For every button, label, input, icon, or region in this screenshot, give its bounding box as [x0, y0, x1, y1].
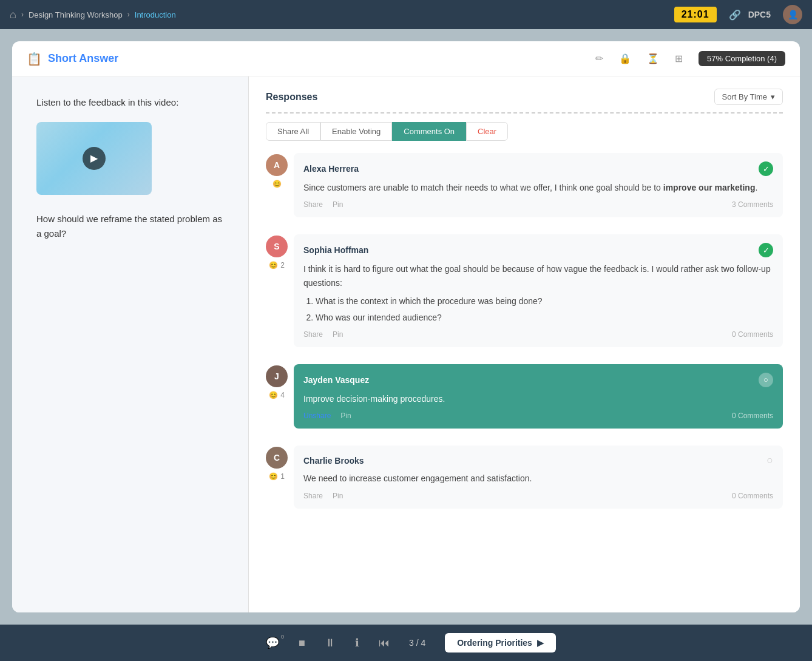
vote-icon: 😊	[269, 261, 278, 269]
nav-code: DPC5	[748, 10, 771, 19]
share-action[interactable]: Share	[303, 492, 323, 500]
page-count: 3 / 4	[399, 638, 435, 648]
vote-icon: 😊	[269, 472, 278, 481]
nav-workshop[interactable]: Design Thinking Workshop	[29, 10, 123, 19]
response-text: Improve decision-making procedures.	[303, 392, 773, 405]
response-text: We need to increase customer engagement …	[303, 472, 773, 485]
response-col: Jayden Vasquez ○ Improve decision-making…	[294, 364, 783, 437]
question-text: How should we reframe the stated problem…	[36, 212, 224, 241]
chat-button[interactable]: 💬 0	[256, 631, 289, 654]
tab-clear[interactable]: Clear	[466, 122, 508, 141]
next-slide-icon: ▶	[537, 638, 544, 648]
next-slide-label: Ordering Priorities	[457, 638, 532, 648]
response-text: Since customers are unable to match thei…	[303, 181, 773, 194]
comment-count: 0 Comments	[732, 492, 773, 500]
edit-icon[interactable]: ✏	[595, 53, 603, 64]
card-header: 📋 Short Answer ✏ 🔒 ⏳ ⊞ 57% Completion (4…	[12, 41, 800, 76]
comment-count: 0 Comments	[732, 412, 773, 420]
avatar: C	[266, 447, 288, 469]
pin-action[interactable]: Pin	[333, 200, 343, 209]
unshare-action[interactable]: Unshare	[303, 412, 331, 420]
response-list: What is the context in which the procedu…	[316, 294, 773, 324]
nav-current: Introduction	[135, 10, 176, 19]
tab-bar: Share All Enable Voting Comments On Clea…	[266, 122, 783, 141]
response-header: Jayden Vasquez ○	[303, 373, 773, 387]
comment-count: 0 Comments	[732, 330, 773, 339]
avatar: J	[266, 365, 288, 387]
response-text: I think it is hard to figure out what th…	[303, 262, 773, 324]
response-col: Alexa Herrera ✓ Since customers are unab…	[294, 153, 783, 226]
lock-icon[interactable]: 🔒	[619, 53, 631, 64]
response-actions: Share Pin 0 Comments	[303, 492, 773, 500]
response-header: Charlie Brooks ○	[303, 454, 773, 467]
video-thumbnail[interactable]: ▶	[36, 122, 152, 195]
home-icon[interactable]: ⌂	[10, 8, 16, 21]
play-button[interactable]: ▶	[83, 147, 106, 170]
response-card: Sophia Hoffman ✓ I think it is hard to f…	[294, 234, 783, 347]
tab-comments-on[interactable]: Comments On	[392, 122, 466, 141]
response-card: Charlie Brooks ○ We need to increase cus…	[294, 446, 783, 508]
left-panel: Listen to the feedback in this video: ▶ …	[12, 76, 249, 612]
add-icon[interactable]: ⊞	[675, 53, 683, 64]
stop-button[interactable]: ■	[289, 632, 315, 654]
top-nav: ⌂ › Design Thinking Workshop › Introduct…	[0, 0, 812, 29]
vote-count: 😊 1	[269, 472, 285, 481]
vote-count: 😊 2	[269, 261, 285, 269]
pause-button[interactable]: ⏸	[315, 632, 345, 654]
share-action[interactable]: Share	[303, 200, 323, 209]
response-row: C 😊 1 Charlie Brooks ○	[266, 446, 783, 517]
pin-action[interactable]: Pin	[333, 492, 343, 500]
right-panel: Responses Sort By Time ▾ Share All Enabl…	[249, 76, 800, 612]
pin-action[interactable]: Pin	[333, 330, 343, 339]
response-header: Alexa Herrera ✓	[303, 161, 773, 176]
check-icon: ✓	[759, 243, 773, 257]
response-row: J 😊 4 Jayden Vasquez ○	[266, 364, 783, 437]
sort-button[interactable]: Sort By Time ▾	[714, 89, 783, 105]
vote-icon: 😊	[272, 180, 282, 188]
response-name: Charlie Brooks	[303, 456, 364, 466]
check-icon: ○	[759, 373, 773, 387]
share-action[interactable]: Share	[303, 330, 323, 339]
response-row: S 😊 2 Sophia Hoffman ✓	[266, 234, 783, 356]
list-item: Who was our intended audience?	[316, 311, 773, 324]
vote-count: 😊	[272, 180, 282, 188]
nav-chevron-2: ›	[127, 10, 130, 19]
response-name: Jayden Vasquez	[303, 375, 369, 385]
avatar-col: S 😊 2	[266, 234, 288, 269]
card: 📋 Short Answer ✏ 🔒 ⏳ ⊞ 57% Completion (4…	[12, 41, 800, 612]
timer-icon[interactable]: ⏳	[647, 53, 659, 64]
next-slide-button[interactable]: Ordering Priorities ▶	[445, 633, 556, 653]
tab-share-all[interactable]: Share All	[266, 122, 320, 141]
avatar: S	[266, 236, 288, 257]
responses-divider	[266, 112, 783, 114]
avatar-col: A 😊	[266, 153, 288, 188]
tab-enable-voting[interactable]: Enable Voting	[320, 122, 392, 141]
avatar-col: C 😊 1	[266, 446, 288, 481]
response-name: Sophia Hoffman	[303, 245, 368, 255]
response-row: A 😊 Alexa Herrera ✓ Since custo	[266, 153, 783, 226]
avatar-col: J 😊 4	[266, 364, 288, 399]
vote-count: 😊 4	[269, 391, 285, 399]
response-card-highlighted: Jayden Vasquez ○ Improve decision-making…	[294, 364, 783, 429]
response-actions: Share Pin 3 Comments	[303, 200, 773, 209]
info-button[interactable]: ℹ	[345, 631, 369, 654]
list-item: What is the context in which the procedu…	[316, 294, 773, 308]
main-area: 📋 Short Answer ✏ 🔒 ⏳ ⊞ 57% Completion (4…	[0, 29, 812, 625]
avatar: A	[266, 154, 288, 176]
back-button[interactable]: ⏮	[369, 632, 399, 654]
card-body: Listen to the feedback in this video: ▶ …	[12, 76, 800, 612]
responses-header: Responses Sort By Time ▾	[266, 89, 783, 105]
card-type-icon: 📋	[27, 52, 42, 66]
response-actions: Unshare Pin 0 Comments	[303, 412, 773, 420]
vote-icon: 😊	[269, 391, 278, 399]
chat-badge: 0	[281, 634, 284, 640]
response-name: Alexa Herrera	[303, 164, 359, 174]
link-icon: 🔗	[729, 9, 741, 21]
timer-display: 21:01	[674, 7, 717, 22]
nav-chevron-1: ›	[21, 10, 24, 19]
pin-action[interactable]: Pin	[340, 412, 351, 420]
check-icon-placeholder: ○	[766, 454, 773, 467]
avatar[interactable]: 👤	[783, 5, 802, 24]
bottom-bar: 💬 0 ■ ⏸ ℹ ⏮ 3 / 4 Ordering Priorities ▶	[0, 625, 812, 661]
comment-count: 3 Comments	[732, 200, 773, 209]
